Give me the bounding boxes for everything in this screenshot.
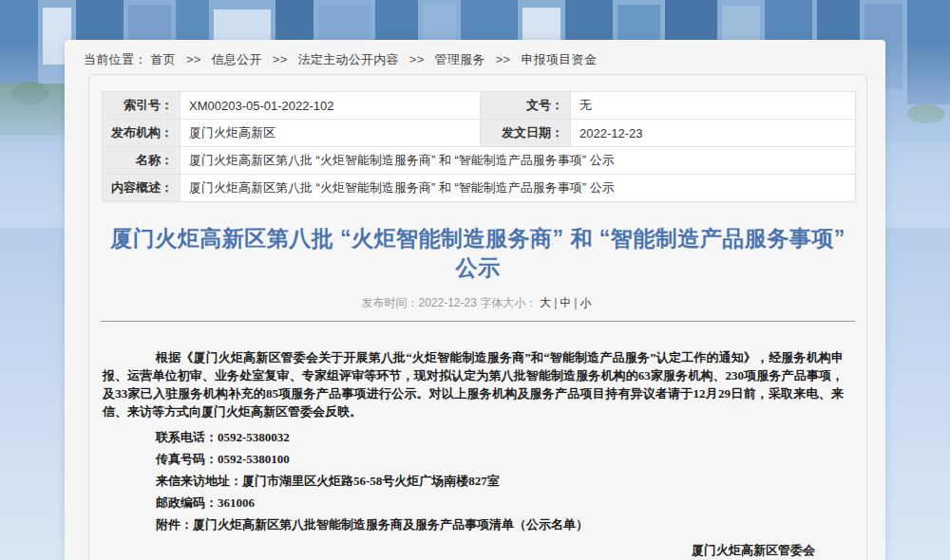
contact-phone-line: 联系电话：0592-5380032 xyxy=(156,429,844,445)
meta-value-doc-no: 无 xyxy=(571,92,856,120)
font-size-separator: | xyxy=(574,296,577,309)
meta-row: 内容概述： 厦门火炬高新区第八批 “火炬智能制造服务商” 和 “智能制造产品服务… xyxy=(103,175,856,202)
breadcrumb-separator: >> xyxy=(409,52,425,66)
meta-value-publisher: 厦门火炬高新区 xyxy=(180,120,481,147)
page: 当前位置： 首页 >> 信息公开 >> 法定主动公开内容 >> 管理服务 >> … xyxy=(0,0,950,560)
article-body: 根据《厦门火炬高新区管委会关于开展第八批“火炬智能制造服务商”和“智能制造产品服… xyxy=(89,322,866,560)
attachment-link[interactable]: 附件：厦门火炬高新区第八批智能制造服务商及服务产品事项清单（公示名单） xyxy=(156,516,844,532)
publish-info: 发布时间：2022-12-23 字体大小：大|中|小 xyxy=(89,295,866,311)
font-size-separator: | xyxy=(554,296,557,309)
meta-row: 发布机构： 厦门火炬高新区 发文日期： 2022-12-23 xyxy=(103,120,856,147)
meta-value-name: 厦门火炬高新区第八批 “火炬智能制造服务商” 和 “智能制造产品服务事项” 公示 xyxy=(180,147,856,175)
breadcrumb-separator: >> xyxy=(186,52,201,66)
meta-label-summary: 内容概述： xyxy=(103,175,180,202)
breadcrumb-separator: >> xyxy=(496,52,511,66)
breadcrumb: 当前位置： 首页 >> 信息公开 >> 法定主动公开内容 >> 管理服务 >> … xyxy=(84,51,597,68)
meta-label-publisher: 发布机构： xyxy=(103,120,180,147)
meta-value-index-no: XM00203-05-01-2022-102 xyxy=(180,92,481,120)
breadcrumb-item-management-services[interactable]: 管理服务 xyxy=(435,52,485,66)
meta-label-index-no: 索引号： xyxy=(103,92,180,120)
meta-value-issue-date: 2022-12-23 xyxy=(571,120,856,147)
meta-row: 名称： 厦门火炬高新区第八批 “火炬智能制造服务商” 和 “智能制造产品服务事项… xyxy=(103,147,856,175)
announcement-paragraph: 根据《厦门火炬高新区管委会关于开展第八批“火炬智能制造服务商”和“智能制造产品服… xyxy=(103,348,844,420)
font-size-option-large[interactable]: 大 xyxy=(540,296,551,309)
article-card: 索引号： XM00203-05-01-2022-102 文号： 无 发布机构： … xyxy=(88,74,867,560)
font-size-option-medium[interactable]: 中 xyxy=(560,296,571,309)
meta-value-summary: 厦门火炬高新区第八批 “火炬智能制造服务商” 和 “智能制造产品服务事项” 公示 xyxy=(180,175,856,202)
meta-label-issue-date: 发文日期： xyxy=(481,120,571,147)
meta-row: 索引号： XM00203-05-01-2022-102 文号： 无 xyxy=(103,92,856,120)
breadcrumb-item-project-funding[interactable]: 申报项目资金 xyxy=(521,52,597,66)
breadcrumb-item-statutory-content[interactable]: 法定主动公开内容 xyxy=(298,52,399,66)
meta-table: 索引号： XM00203-05-01-2022-102 文号： 无 发布机构： … xyxy=(102,91,856,202)
breadcrumb-item-info-disclosure[interactable]: 信息公开 xyxy=(212,52,262,66)
meta-label-doc-no: 文号： xyxy=(481,92,571,120)
font-size-label: 字体大小： xyxy=(480,296,537,309)
contact-address-line: 来信来访地址：厦门市湖里区火炬路56-58号火炬广场南楼827室 xyxy=(156,473,844,489)
breadcrumb-item-home[interactable]: 首页 xyxy=(150,52,176,66)
contact-fax-line: 传真号码：0592-5380100 xyxy=(156,451,844,467)
breadcrumb-label: 当前位置： xyxy=(84,52,147,66)
publish-date: 发布时间：2022-12-23 xyxy=(362,296,477,309)
meta-label-name: 名称： xyxy=(103,147,180,175)
contact-postcode-line: 邮政编码：361006 xyxy=(156,495,844,511)
breadcrumb-separator: >> xyxy=(273,52,288,66)
font-size-option-small[interactable]: 小 xyxy=(580,296,591,309)
signature-org: 厦门火炬高新区管委会 xyxy=(103,542,844,558)
article-title: 厦门火炬高新区第八批 “火炬智能制造服务商” 和 “智能制造产品服务事项” 公示 xyxy=(104,224,851,283)
content-panel: 当前位置： 首页 >> 信息公开 >> 法定主动公开内容 >> 管理服务 >> … xyxy=(65,40,885,560)
